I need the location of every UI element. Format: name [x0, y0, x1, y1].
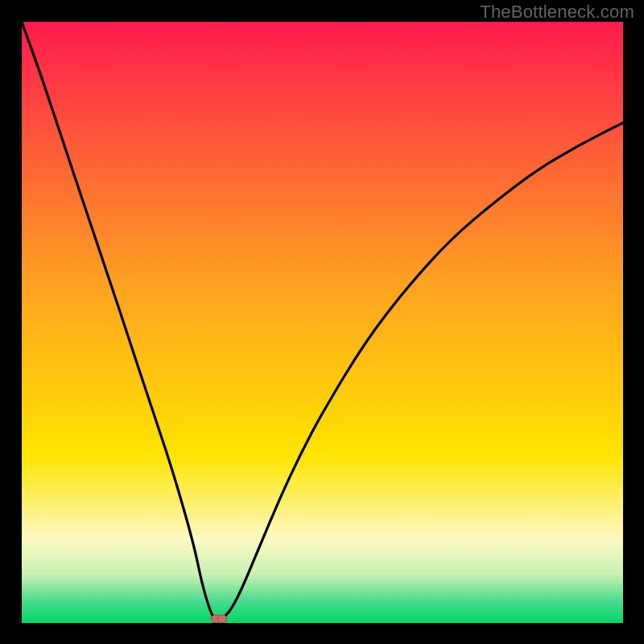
chart-stage: TheBottleneck.com — [0, 0, 644, 644]
optimal-point-marker — [211, 615, 227, 623]
bottleneck-chart — [22, 22, 623, 623]
watermark-text: TheBottleneck.com — [480, 2, 634, 23]
gradient-background — [22, 22, 623, 623]
svg-point-1 — [217, 615, 227, 623]
